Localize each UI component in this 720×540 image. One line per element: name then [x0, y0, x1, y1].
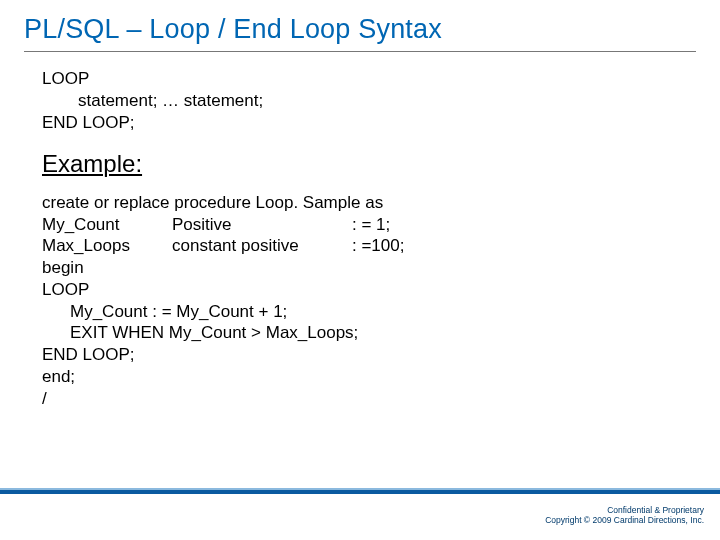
code-block: create or replace procedure Loop. Sample…	[42, 192, 720, 410]
code-line: create or replace procedure Loop. Sample…	[42, 192, 720, 214]
footer-line: Confidential & Proprietary	[545, 505, 704, 516]
footer-divider	[0, 488, 720, 494]
syntax-line: END LOOP;	[42, 112, 720, 134]
code-line: END LOOP;	[42, 344, 720, 366]
code-line: My_Count : = My_Count + 1;	[42, 301, 720, 323]
code-line: My_Count Positive : = 1;	[42, 214, 720, 236]
footer-copyright: Confidential & Proprietary Copyright © 2…	[545, 505, 704, 526]
code-token: : =100;	[352, 235, 404, 257]
content-area: LOOP statement; … statement; END LOOP; E…	[0, 52, 720, 409]
footer-line: Copyright © 2009 Cardinal Directions, In…	[545, 515, 704, 526]
code-line: /	[42, 388, 720, 410]
code-line: EXIT WHEN My_Count > Max_Loops;	[42, 322, 720, 344]
code-token: My_Count	[42, 214, 172, 236]
code-line: end;	[42, 366, 720, 388]
code-line: LOOP	[42, 279, 720, 301]
syntax-line: statement; … statement;	[42, 90, 720, 112]
syntax-line: LOOP	[42, 68, 720, 90]
slide: PL/SQL – Loop / End Loop Syntax LOOP sta…	[0, 0, 720, 540]
code-token: Max_Loops	[42, 235, 172, 257]
code-line: begin	[42, 257, 720, 279]
code-line: Max_Loops constant positive : =100;	[42, 235, 720, 257]
syntax-block: LOOP statement; … statement; END LOOP;	[42, 68, 720, 133]
example-heading: Example:	[42, 149, 720, 180]
code-token: constant positive	[172, 235, 352, 257]
code-token: : = 1;	[352, 214, 390, 236]
code-token: Positive	[172, 214, 352, 236]
page-title: PL/SQL – Loop / End Loop Syntax	[0, 0, 720, 51]
